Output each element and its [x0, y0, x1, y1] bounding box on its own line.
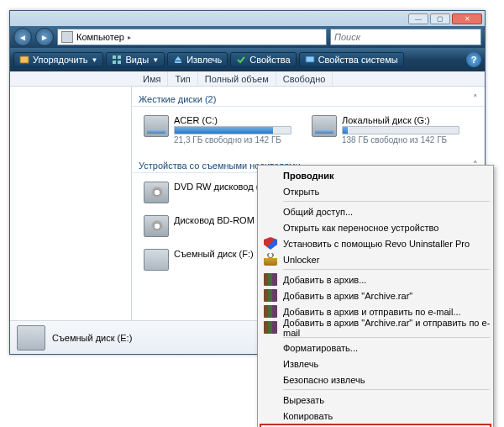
separator [283, 201, 490, 202]
column-headers: Имя Тип Полный объем Свободно [10, 71, 485, 87]
svg-marker-5 [175, 56, 181, 61]
breadcrumb[interactable]: Компьютер [76, 32, 124, 42]
hdd-icon [312, 115, 337, 137]
col-name[interactable]: Имя [136, 71, 168, 86]
archive-icon [264, 289, 277, 302]
close-button[interactable]: ✕ [452, 13, 482, 24]
removable-drive-icon [144, 249, 169, 271]
menu-add-archive[interactable]: Добавить в архив... [260, 271, 491, 287]
views-button[interactable]: Виды▼ [106, 52, 165, 67]
svg-rect-1 [113, 55, 116, 59]
group-hard-disks[interactable]: Жесткие диски (2)˄ [132, 90, 485, 107]
menu-open-portable[interactable]: Открыть как переносное устройство [260, 219, 491, 235]
drive-acer-c[interactable]: ACER (C:) 21,3 ГБ свободно из 142 ГБ [140, 112, 300, 148]
organize-icon [19, 55, 29, 65]
address-bar: ◄ ► Компьютер ▸ Поиск [10, 26, 485, 48]
eject-icon [173, 55, 183, 65]
optical-drive-icon [144, 215, 169, 237]
svg-rect-6 [175, 61, 181, 63]
menu-revo-uninstaller[interactable]: Установить с помощью Revo Uninstaller Pr… [260, 235, 491, 251]
svg-rect-3 [113, 61, 116, 64]
forward-button[interactable]: ► [35, 28, 54, 46]
chevron-up-icon: ˄ [473, 93, 478, 104]
menu-sharing[interactable]: Общий доступ... [260, 203, 491, 219]
menu-add-rar-send[interactable]: Добавить в архив "Archive.rar" и отправи… [260, 319, 491, 335]
menu-unlocker[interactable]: Unlocker [260, 251, 491, 267]
context-menu: Проводник Открыть Общий доступ... Открыт… [257, 165, 494, 427]
navigation-pane[interactable] [10, 87, 132, 320]
menu-open[interactable]: Открыть [260, 183, 491, 199]
optical-drive-icon [144, 182, 169, 203]
menu-format[interactable]: Форматировать... [260, 340, 491, 356]
svg-rect-7 [306, 56, 314, 62]
address-field[interactable]: Компьютер ▸ [57, 29, 327, 45]
drive-label: Дисковод BD-ROM (I:) [174, 215, 268, 225]
col-free[interactable]: Свободно [276, 71, 333, 86]
col-total[interactable]: Полный объем [198, 71, 276, 86]
drive-label: Локальный диск (G:) [342, 115, 459, 125]
toolbar: Упорядочить▼ Виды▼ Извлечь Свойства Свой… [10, 48, 485, 71]
context-header: Проводник [260, 167, 491, 183]
eject-button[interactable]: Извлечь [167, 52, 228, 67]
usage-bar [342, 126, 459, 134]
drive-local-g[interactable]: Локальный диск (G:) 138 ГБ свободно из 1… [308, 112, 468, 148]
free-space: 21,3 ГБ свободно из 142 ГБ [174, 135, 291, 145]
lock-icon [264, 253, 277, 266]
svg-rect-2 [118, 55, 121, 59]
details-title: Съемный диск (E:) [52, 333, 132, 343]
drive-label: ACER (C:) [174, 115, 291, 125]
computer-icon [61, 31, 73, 43]
menu-cut[interactable]: Вырезать [260, 392, 491, 408]
col-type[interactable]: Тип [168, 71, 197, 86]
views-icon [112, 55, 122, 65]
system-properties-button[interactable]: Свойства системы [299, 52, 404, 67]
menu-add-archive-rar[interactable]: Добавить в архив "Archive.rar" [260, 287, 491, 303]
separator [283, 389, 490, 390]
menu-paste[interactable]: Вставить [260, 424, 491, 427]
free-space: 138 ГБ свободно из 142 ГБ [342, 135, 459, 145]
help-button[interactable]: ? [466, 52, 481, 67]
shield-icon [264, 237, 277, 250]
properties-button[interactable]: Свойства [230, 52, 296, 67]
search-input[interactable]: Поиск [330, 29, 481, 45]
organize-button[interactable]: Упорядочить▼ [13, 52, 103, 67]
maximize-button[interactable]: ▢ [430, 13, 450, 24]
back-button[interactable]: ◄ [13, 28, 32, 46]
menu-eject[interactable]: Извлечь [260, 356, 491, 372]
titlebar: — ▢ ✕ [10, 11, 485, 26]
hdd-icon [144, 115, 169, 137]
menu-copy[interactable]: Копировать [260, 408, 491, 424]
monitor-icon [305, 55, 315, 65]
archive-icon [264, 305, 277, 318]
archive-icon [264, 273, 277, 286]
chevron-right-icon[interactable]: ▸ [128, 34, 131, 41]
separator [283, 269, 490, 270]
menu-safe-eject[interactable]: Безопасно извлечь [260, 372, 491, 387]
svg-rect-4 [118, 61, 121, 64]
drive-label: Съемный диск (F:) [174, 249, 254, 259]
usage-bar [174, 126, 291, 134]
svg-rect-0 [20, 56, 29, 63]
removable-drive-icon [17, 325, 45, 351]
minimize-button[interactable]: — [408, 13, 428, 24]
archive-icon [264, 321, 277, 334]
check-icon [236, 55, 246, 65]
